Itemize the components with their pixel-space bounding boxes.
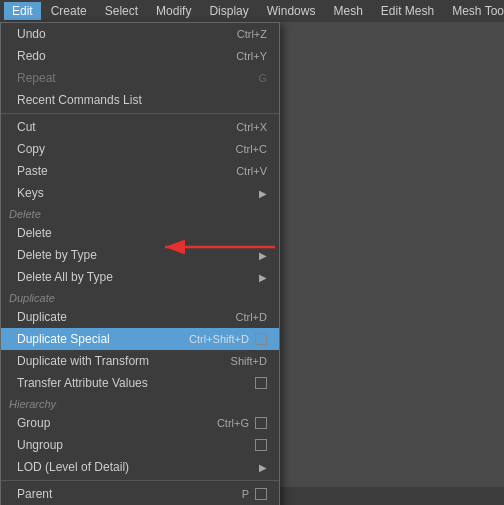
- menu-item-duplicate-with-transform[interactable]: Duplicate with Transform Shift+D: [1, 350, 279, 372]
- menu-windows[interactable]: Windows: [259, 2, 324, 20]
- menu-modify[interactable]: Modify: [148, 2, 199, 20]
- menu-item-transfer-attribute-values[interactable]: Transfer Attribute Values: [1, 372, 279, 394]
- menu-item-parent[interactable]: Parent P: [1, 483, 279, 505]
- menu-edit-mesh[interactable]: Edit Mesh: [373, 2, 442, 20]
- section-duplicate: Duplicate: [1, 288, 279, 306]
- duplicate-special-checkbox[interactable]: [255, 333, 267, 345]
- menu-mesh[interactable]: Mesh: [325, 2, 370, 20]
- menu-item-duplicate-special[interactable]: Duplicate Special Ctrl+Shift+D: [1, 328, 279, 350]
- parent-checkbox[interactable]: [255, 488, 267, 500]
- menu-item-ungroup[interactable]: Ungroup: [1, 434, 279, 456]
- menu-item-duplicate[interactable]: Duplicate Ctrl+D: [1, 306, 279, 328]
- menu-item-lod[interactable]: LOD (Level of Detail) ▶: [1, 456, 279, 478]
- menu-item-repeat[interactable]: Repeat G: [1, 67, 279, 89]
- menu-mesh-tools[interactable]: Mesh Tools: [444, 2, 504, 20]
- menu-create[interactable]: Create: [43, 2, 95, 20]
- menu-item-copy[interactable]: Copy Ctrl+C: [1, 138, 279, 160]
- menu-edit[interactable]: Edit: [4, 2, 41, 20]
- section-hierarchy: Hierarchy: [1, 394, 279, 412]
- ungroup-checkbox[interactable]: [255, 439, 267, 451]
- section-delete: Delete: [1, 204, 279, 222]
- menu-item-recent-commands[interactable]: Recent Commands List: [1, 89, 279, 111]
- menu-select[interactable]: Select: [97, 2, 146, 20]
- menu-item-undo[interactable]: Undo Ctrl+Z: [1, 23, 279, 45]
- dropdown-menu: Undo Ctrl+Z Redo Ctrl+Y Repeat G Recent …: [0, 22, 280, 505]
- group-checkbox[interactable]: [255, 417, 267, 429]
- menu-item-keys[interactable]: Keys ▶: [1, 182, 279, 204]
- menu-bar: Edit Create Select Modify Display Window…: [0, 0, 504, 22]
- menu-item-paste[interactable]: Paste Ctrl+V: [1, 160, 279, 182]
- divider-1: [1, 113, 279, 114]
- menu-item-delete-all-by-type[interactable]: Delete All by Type ▶: [1, 266, 279, 288]
- menu-item-redo[interactable]: Redo Ctrl+Y: [1, 45, 279, 67]
- divider-2: [1, 480, 279, 481]
- transfer-attribute-checkbox[interactable]: [255, 377, 267, 389]
- menu-item-group[interactable]: Group Ctrl+G: [1, 412, 279, 434]
- menu-display[interactable]: Display: [201, 2, 256, 20]
- red-arrow-indicator: [155, 232, 285, 262]
- menu-item-cut[interactable]: Cut Ctrl+X: [1, 116, 279, 138]
